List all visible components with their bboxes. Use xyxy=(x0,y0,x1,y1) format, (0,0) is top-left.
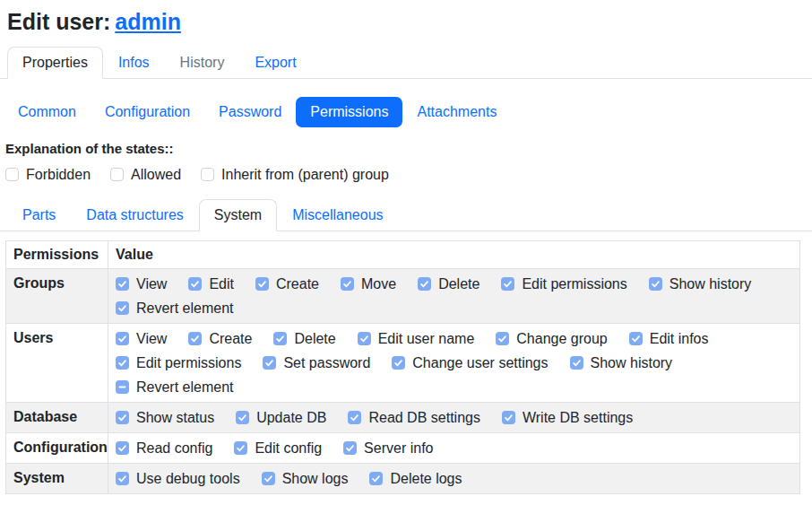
checkbox-checked[interactable] xyxy=(116,472,129,485)
check-icon xyxy=(264,358,274,368)
permtab-data-structures[interactable]: Data structures xyxy=(71,199,198,231)
checkbox-label: Use debug tools xyxy=(136,471,240,487)
checkbox-label: Read config xyxy=(136,440,212,457)
permission-checkbox-delete[interactable]: Delete xyxy=(418,273,479,295)
permission-checkbox-show-history[interactable]: Show history xyxy=(649,273,752,295)
checkbox-checked[interactable] xyxy=(392,356,405,370)
check-icon xyxy=(504,413,514,422)
subtab-common[interactable]: Common xyxy=(4,97,91,127)
permission-checkbox-create[interactable]: Create xyxy=(255,273,319,295)
checkbox-label: Edit xyxy=(209,276,234,292)
checkbox-label: Inherit from (parent) group xyxy=(221,167,389,183)
permission-checkbox-write-db-settings[interactable]: Write DB settings xyxy=(502,406,633,429)
permission-checkbox-show-history[interactable]: Show history xyxy=(570,352,673,374)
checkbox-checked[interactable] xyxy=(116,277,129,291)
checkbox-group: ViewEditCreateMoveDeleteEdit permissions… xyxy=(116,273,792,319)
checkbox-checked[interactable] xyxy=(348,411,361,424)
permission-checkbox-edit-permissions[interactable]: Edit permissions xyxy=(501,273,626,295)
permtab-miscellaneous[interactable]: Miscellaneous xyxy=(277,199,398,231)
checkbox-checked[interactable] xyxy=(369,472,383,485)
permission-checkbox-edit[interactable]: Edit xyxy=(188,273,234,295)
checkbox-label: Write DB settings xyxy=(523,410,633,426)
checkbox-checked[interactable] xyxy=(262,472,275,485)
checkbox-checked[interactable] xyxy=(263,356,276,370)
legend-checkbox-inherit-from-parent-group[interactable]: Inherit from (parent) group xyxy=(201,163,389,186)
checkbox-checked[interactable] xyxy=(570,356,583,370)
checkbox-label: Delete logs xyxy=(390,471,462,487)
checkbox-checked[interactable] xyxy=(188,332,202,345)
permission-checkbox-revert-element[interactable]: Revert element xyxy=(116,297,234,319)
permission-checkbox-use-debug-tools[interactable]: Use debug tools xyxy=(116,467,240,490)
checkbox-unchecked[interactable] xyxy=(5,168,19,181)
checkbox-checked[interactable] xyxy=(234,441,247,455)
permission-checkbox-edit-infos[interactable]: Edit infos xyxy=(629,327,709,350)
checkbox-checked[interactable] xyxy=(255,277,269,291)
tab-infos[interactable]: Infos xyxy=(103,47,165,79)
checkbox-checked[interactable] xyxy=(273,332,287,345)
check-icon xyxy=(503,279,513,289)
user-link[interactable]: admin xyxy=(115,9,181,34)
tab-properties[interactable]: Properties xyxy=(7,47,103,79)
page-title-text: Edit user: xyxy=(7,9,110,34)
subtab-configuration[interactable]: Configuration xyxy=(91,97,204,127)
permission-checkbox-change-group[interactable]: Change group xyxy=(496,327,607,350)
row-values-system: Use debug toolsShow logsDelete logs xyxy=(108,464,800,494)
permission-checkbox-delete[interactable]: Delete xyxy=(273,327,335,350)
subtab-attachments[interactable]: Attachments xyxy=(402,97,511,127)
check-icon xyxy=(236,443,246,453)
permission-checkbox-move[interactable]: Move xyxy=(341,273,396,295)
check-icon xyxy=(345,443,355,453)
checkbox-checked[interactable] xyxy=(341,277,354,291)
checkbox-checked[interactable] xyxy=(116,356,129,370)
legend-checkbox-allowed[interactable]: Allowed xyxy=(110,163,181,186)
checkbox-checked[interactable] xyxy=(501,277,514,291)
checkbox-checked[interactable] xyxy=(358,332,371,345)
permission-checkbox-update-db[interactable]: Update DB xyxy=(236,406,326,429)
checkbox-checked[interactable] xyxy=(116,301,129,315)
checkbox-checked[interactable] xyxy=(116,411,129,424)
checkbox-checked[interactable] xyxy=(116,441,129,455)
permission-checkbox-revert-element[interactable]: Revert element xyxy=(116,376,234,398)
permission-checkbox-edit-user-name[interactable]: Edit user name xyxy=(358,327,475,350)
subtab-password[interactable]: Password xyxy=(204,97,296,127)
checkbox-label: Set password xyxy=(283,355,370,371)
table-row: DatabaseShow statusUpdate DBRead DB sett… xyxy=(6,403,800,433)
row-label-groups: Groups xyxy=(6,269,108,324)
checkbox-checked[interactable] xyxy=(649,277,662,291)
permission-checkbox-read-config[interactable]: Read config xyxy=(116,437,212,459)
checkbox-label: Edit user name xyxy=(378,331,475,347)
permission-checkbox-edit-config[interactable]: Edit config xyxy=(234,437,322,459)
checkbox-label: Show history xyxy=(591,355,673,371)
checkbox-checked[interactable] xyxy=(502,411,515,424)
checkbox-checked[interactable] xyxy=(343,441,357,455)
legend-checkbox-forbidden[interactable]: Forbidden xyxy=(5,163,91,186)
permission-checkbox-show-status[interactable]: Show status xyxy=(116,406,214,429)
permtab-parts[interactable]: Parts xyxy=(7,199,71,231)
permission-checkbox-show-logs[interactable]: Show logs xyxy=(262,467,349,490)
permission-checkbox-view[interactable]: View xyxy=(116,327,167,350)
checkbox-unchecked[interactable] xyxy=(110,168,124,181)
permission-checkbox-delete-logs[interactable]: Delete logs xyxy=(369,467,462,490)
checkbox-label: Show status xyxy=(136,410,214,426)
permission-checkbox-server-info[interactable]: Server info xyxy=(343,437,433,459)
permission-checkbox-read-db-settings[interactable]: Read DB settings xyxy=(348,406,480,429)
subtab-permissions[interactable]: Permissions xyxy=(296,97,402,127)
checkbox-indeterminate[interactable] xyxy=(116,380,129,394)
checkbox-checked[interactable] xyxy=(496,332,509,345)
tab-export[interactable]: Export xyxy=(239,47,311,79)
checkbox-checked[interactable] xyxy=(188,277,202,291)
permission-checkbox-view[interactable]: View xyxy=(116,273,167,295)
checkbox-checked[interactable] xyxy=(418,277,431,291)
permission-checkbox-create[interactable]: Create xyxy=(188,327,252,350)
checkbox-checked[interactable] xyxy=(629,332,643,345)
checkbox-checked[interactable] xyxy=(116,332,129,345)
permission-checkbox-set-password[interactable]: Set password xyxy=(263,352,370,374)
check-icon xyxy=(117,334,127,344)
permission-checkbox-change-user-settings[interactable]: Change user settings xyxy=(392,352,548,374)
check-icon xyxy=(117,279,127,289)
permission-checkbox-edit-permissions[interactable]: Edit permissions xyxy=(116,352,241,374)
checkbox-unchecked[interactable] xyxy=(201,168,214,181)
tab-history[interactable]: History xyxy=(165,47,240,79)
checkbox-checked[interactable] xyxy=(236,411,249,424)
permtab-system[interactable]: System xyxy=(199,199,277,231)
